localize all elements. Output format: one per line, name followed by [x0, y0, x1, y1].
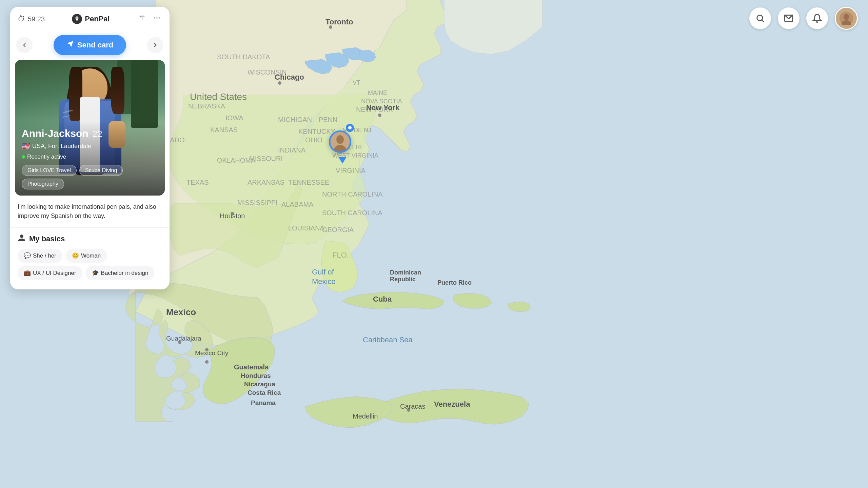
send-icon [66, 40, 74, 50]
svg-text:NORTH CAROLINA: NORTH CAROLINA [322, 190, 383, 198]
svg-text:Costa Rica: Costa Rica [248, 389, 281, 396]
svg-text:ARKANSAS: ARKANSAS [248, 179, 284, 186]
basic-education: 🎓 Bachelor in design [86, 266, 155, 280]
more-options-button[interactable] [152, 13, 162, 25]
next-profile-button[interactable] [147, 37, 163, 53]
svg-text:Caribbean Sea: Caribbean Sea [363, 336, 413, 344]
svg-point-43 [205, 360, 209, 364]
briefcase-icon: 💼 [24, 269, 31, 277]
svg-text:Panama: Panama [251, 399, 276, 406]
svg-text:TENNESSEE: TENNESSEE [288, 179, 329, 186]
brand-icon [72, 14, 82, 24]
basics-section: My basics 💬 She / her 😊 Woman 💼 UX / UI … [10, 228, 170, 289]
svg-text:Mexico: Mexico [312, 277, 336, 286]
profile-location: 🇺🇸 USA, Fort Lauderdale [22, 142, 158, 150]
svg-text:Venezuela: Venezuela [434, 400, 470, 408]
timer-area: ⏱ 59:23 [18, 15, 45, 23]
profile-name: Anni-Jackson [22, 128, 88, 139]
header-actions [137, 13, 162, 25]
speech-icon: 💬 [24, 252, 31, 259]
gender-text: Woman [81, 252, 101, 259]
svg-text:Caracas: Caracas [400, 403, 425, 410]
svg-text:Nicaragua: Nicaragua [244, 381, 275, 388]
prev-profile-button[interactable] [16, 37, 33, 53]
brand-logo: PenPal [72, 14, 110, 24]
tag-travel: Girls LOVE Travel [22, 165, 77, 176]
svg-text:TEXAS: TEXAS [186, 179, 209, 186]
hair-right [111, 67, 124, 114]
svg-text:MISSISSIPPI: MISSISSIPPI [237, 199, 278, 206]
svg-point-79 [154, 17, 156, 19]
send-card-label: Send card [77, 41, 113, 49]
svg-text:Puerto Rico: Puerto Rico [437, 279, 472, 286]
top-right-icons [749, 7, 858, 30]
svg-text:OKLAHOMA: OKLAHOMA [217, 157, 256, 164]
svg-text:Houston: Houston [220, 212, 245, 220]
status-text: Recently active [27, 154, 66, 160]
filter-button[interactable] [137, 13, 147, 25]
svg-text:Honduras: Honduras [241, 372, 271, 379]
basics-title: My basics [18, 234, 162, 244]
map-pin [329, 130, 356, 161]
svg-text:Guadalajara: Guadalajara [166, 335, 201, 342]
svg-text:Gulf of: Gulf of [312, 268, 334, 276]
job-text: UX / UI Designer [33, 270, 76, 277]
svg-text:VIRGINIA: VIRGINIA [336, 167, 366, 174]
svg-text:Dominican: Dominican [390, 269, 421, 276]
profile-photo: Anni-Jackson 22 🇺🇸 USA, Fort Lauderdale … [15, 60, 165, 196]
status-dot [22, 155, 25, 159]
face-icon: 😊 [72, 252, 79, 259]
svg-text:Mexico: Mexico [166, 307, 196, 317]
education-text: Bachelor in design [101, 270, 149, 277]
profile-status: Recently active [22, 154, 158, 160]
timer-display: 59:23 [28, 15, 45, 23]
svg-text:NEBRASKA: NEBRASKA [188, 102, 225, 110]
svg-text:SOUTH CAROLINA: SOUTH CAROLINA [322, 209, 382, 217]
svg-text:FLO...: FLO... [332, 251, 353, 259]
svg-point-73 [76, 17, 78, 19]
svg-text:Toronto: Toronto [326, 18, 353, 26]
bio-section: I'm looking to make international pen pa… [10, 196, 170, 228]
brand-name: PenPal [85, 15, 110, 23]
basics-row-1: 💬 She / her 😊 Woman [18, 249, 162, 263]
location-text: USA, Fort Lauderdale [32, 143, 91, 150]
svg-text:GEORGIA: GEORGIA [322, 226, 354, 233]
svg-text:OHIO: OHIO [305, 136, 322, 144]
svg-text:LOUISIANA: LOUISIANA [288, 224, 324, 232]
nearby-pin [346, 124, 354, 132]
svg-point-30 [278, 81, 281, 85]
svg-text:VT: VT [353, 79, 360, 86]
mail-button[interactable] [778, 7, 800, 29]
basic-job: 💼 UX / UI Designer [18, 266, 82, 280]
search-button[interactable] [749, 7, 771, 29]
profile-age: 22 [93, 129, 102, 139]
flag-emoji: 🇺🇸 [22, 142, 30, 150]
basic-pronouns: 💬 She / her [18, 249, 62, 263]
svg-text:SOUTH DAKOTA: SOUTH DAKOTA [217, 53, 270, 61]
pin-tail [338, 157, 347, 164]
pronouns-text: She / her [33, 252, 56, 259]
nav-row: Send card [10, 30, 170, 60]
graduation-icon: 🎓 [92, 269, 99, 277]
notification-button[interactable] [806, 7, 828, 29]
user-avatar[interactable] [835, 7, 858, 30]
svg-text:IOWA: IOWA [225, 114, 243, 122]
svg-point-34 [378, 114, 381, 117]
svg-text:Medellin: Medellin [353, 412, 378, 420]
svg-point-71 [844, 14, 849, 20]
svg-point-80 [156, 17, 158, 19]
tags-row: Girls LOVE Travel Scuba Diving Photograp… [22, 165, 158, 189]
svg-text:New York: New York [366, 103, 400, 112]
pin-avatar [329, 130, 351, 153]
svg-text:PENN: PENN [319, 116, 338, 123]
svg-text:ALABAMA: ALABAMA [281, 201, 314, 208]
panel-header: ⏱ 59:23 PenPal [10, 7, 170, 30]
basics-row-2: 💼 UX / UI Designer 🎓 Bachelor in design [18, 266, 162, 280]
clock-icon: ⏱ [18, 15, 25, 23]
send-card-button[interactable]: Send card [54, 35, 126, 55]
svg-line-68 [762, 20, 764, 22]
svg-text:Mexico City: Mexico City [195, 349, 229, 357]
svg-point-64 [336, 135, 344, 144]
person-icon [18, 234, 26, 244]
tag-photography: Photography [22, 179, 64, 189]
